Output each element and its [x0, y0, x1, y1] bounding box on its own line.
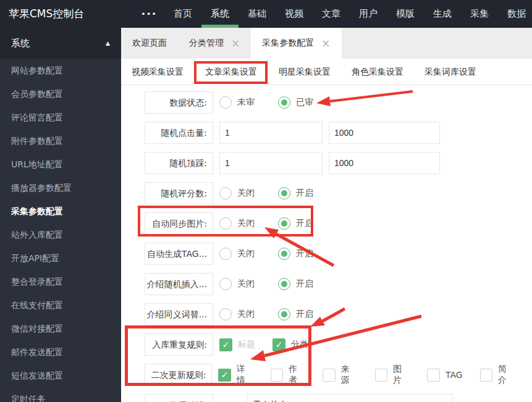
form-row-label: 数据状态: — [145, 91, 213, 114]
top-nav-item[interactable]: 用户 — [350, 0, 387, 28]
sidebar-item[interactable]: 播放器参数配置 — [0, 176, 121, 199]
form-text-input[interactable] — [219, 152, 323, 174]
sidebar-item[interactable]: 采集参数配置 — [0, 199, 121, 223]
checkbox-option[interactable]: ✓详情 — [218, 364, 253, 386]
subtab[interactable]: 文章采集设置 — [194, 59, 268, 85]
subtab[interactable]: 视频采集设置 — [121, 59, 194, 85]
sidebar-item[interactable]: 邮件发送配置 — [0, 340, 121, 364]
sidebar-item[interactable]: 在线支付配置 — [0, 293, 121, 317]
radio-option[interactable]: 关闭 — [219, 308, 255, 320]
subtab[interactable]: 采集词库设置 — [414, 59, 487, 85]
form-row-label: 随机点击量: — [145, 122, 213, 144]
subtab[interactable]: 明星采集设置 — [268, 59, 341, 85]
sidebar-item[interactable]: 会员参数配置 — [0, 82, 121, 106]
sidebar-item[interactable]: 网站参数配置 — [0, 59, 121, 82]
radio-option[interactable]: 开启 — [278, 278, 313, 290]
radio-option[interactable]: 关闭 — [219, 248, 255, 260]
radio-unchecked-icon[interactable] — [219, 96, 232, 109]
checkbox-option[interactable]: 简介 — [480, 364, 515, 386]
checkbox-unchecked-icon[interactable] — [271, 369, 283, 382]
top-nav-item[interactable]: 生成 — [424, 0, 461, 28]
top-nav-item[interactable]: 模版 — [387, 0, 424, 28]
top-nav-item[interactable]: 采集 — [461, 0, 498, 28]
checkbox-unchecked-icon[interactable] — [323, 369, 335, 382]
checkbox-checked-icon[interactable]: ✓ — [218, 369, 230, 382]
checkbox-unchecked-icon[interactable] — [427, 369, 440, 382]
option-label: 开启 — [296, 309, 313, 320]
form-text-input[interactable] — [219, 122, 323, 144]
radio-unchecked-icon[interactable] — [219, 187, 232, 199]
sidebar-item[interactable]: 短信发送配置 — [0, 364, 121, 387]
checkbox-checked-icon[interactable]: ✓ — [219, 338, 232, 351]
form-row-options: 关闭开启 — [219, 217, 337, 230]
option-label: 关闭 — [237, 248, 255, 259]
radio-unchecked-icon[interactable] — [219, 308, 232, 320]
form-text-input[interactable] — [329, 152, 440, 174]
sidebar-item[interactable]: 评论留言配置 — [0, 106, 121, 129]
sidebar-item[interactable]: 定时任务 — [0, 387, 121, 402]
window-tab[interactable]: 采集参数配置× — [251, 28, 341, 59]
option-label: TAG — [445, 370, 463, 380]
radio-checked-icon[interactable] — [278, 308, 290, 320]
form-text-input[interactable] — [247, 394, 453, 402]
checkbox-unchecked-icon[interactable] — [480, 369, 492, 382]
subtab[interactable]: 角色采集设置 — [341, 59, 414, 85]
radio-unchecked-icon[interactable] — [219, 248, 232, 260]
sidebar-item[interactable]: 整合登录配置 — [0, 270, 121, 293]
radio-option[interactable]: 已审 — [278, 96, 313, 109]
radio-unchecked-icon[interactable] — [219, 278, 232, 290]
option-label: 分类 — [291, 339, 308, 350]
radio-option[interactable]: 关闭 — [219, 278, 255, 290]
top-nav-item[interactable]: 视频 — [276, 0, 313, 28]
sidebar-item[interactable]: 开放API配置 — [0, 246, 121, 270]
top-nav-item[interactable]: 系统 — [201, 0, 239, 28]
top-nav: 首页系统基础视频文章用户模版生成采集数据 — [164, 0, 532, 28]
checkbox-checked-icon[interactable]: ✓ — [272, 338, 285, 351]
radio-option[interactable]: 关闭 — [219, 187, 255, 199]
sidebar-section-header[interactable]: 系统 ▲ — [0, 28, 121, 59]
option-label: 关闭 — [237, 218, 255, 229]
checkbox-option[interactable]: 作者 — [271, 364, 305, 386]
top-nav-item[interactable]: 文章 — [313, 0, 350, 28]
sidebar-item[interactable]: URL地址配置 — [0, 153, 121, 176]
radio-option[interactable]: 开启 — [278, 187, 313, 199]
checkbox-option[interactable]: ✓标题 — [219, 338, 255, 351]
form-text-input[interactable] — [329, 122, 440, 144]
option-label: 已审 — [296, 97, 313, 108]
radio-checked-icon[interactable] — [278, 248, 290, 260]
checkbox-option[interactable]: 来源 — [323, 364, 357, 386]
checkbox-option[interactable]: 图片 — [375, 364, 410, 386]
checkbox-unchecked-icon[interactable] — [375, 369, 387, 382]
top-nav-item[interactable]: 基础 — [239, 0, 276, 28]
more-menu-icon[interactable]: ••• — [141, 0, 157, 28]
top-nav-item[interactable]: 数据 — [498, 0, 532, 28]
sidebar-item[interactable]: 微信对接配置 — [0, 317, 121, 340]
checkbox-option[interactable]: TAG — [427, 369, 463, 382]
sidebar-item[interactable]: 附件参数配置 — [0, 129, 121, 153]
sidebar-item[interactable]: 站外入库配置 — [0, 223, 121, 246]
form-row-options: 关闭开启 — [219, 308, 337, 320]
checkbox-option[interactable]: ✓分类 — [272, 338, 308, 351]
radio-option[interactable]: 开启 — [278, 248, 313, 260]
radio-dot — [281, 220, 287, 227]
radio-unchecked-icon[interactable] — [219, 217, 232, 230]
radio-checked-icon[interactable] — [278, 217, 290, 230]
close-tab-icon[interactable]: × — [231, 38, 240, 49]
radio-option[interactable]: 开启 — [278, 308, 313, 320]
radio-dot — [281, 281, 287, 287]
radio-option[interactable]: 未审 — [219, 96, 255, 109]
close-tab-icon[interactable]: × — [321, 38, 330, 49]
radio-checked-icon[interactable] — [278, 278, 290, 290]
radio-option[interactable]: 关闭 — [219, 217, 255, 230]
form-row-label: 二次更新规则: — [145, 364, 212, 386]
window-tab-label: 分类管理 — [189, 38, 224, 49]
form-row: 随机评分数:关闭开启 — [145, 182, 532, 204]
window-tab[interactable]: 分类管理× — [178, 28, 251, 59]
option-label: 开启 — [296, 188, 313, 199]
window-tab[interactable]: 欢迎页面 — [121, 28, 178, 59]
radio-checked-icon[interactable] — [278, 96, 290, 109]
radio-checked-icon[interactable] — [278, 187, 290, 199]
option-label: 未审 — [237, 97, 255, 108]
top-nav-item[interactable]: 首页 — [164, 0, 201, 28]
radio-option[interactable]: 开启 — [278, 217, 313, 230]
